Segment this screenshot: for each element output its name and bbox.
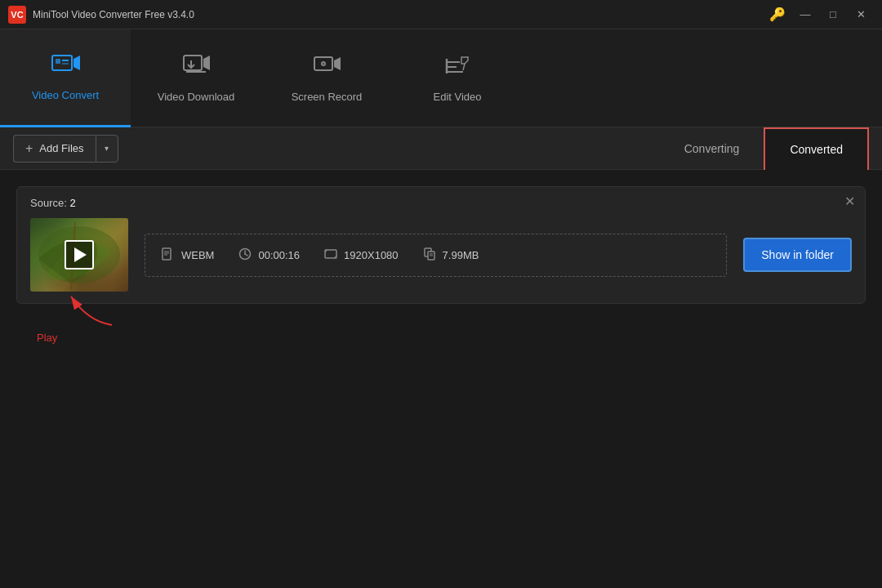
add-files-area: + Add Files ▾: [13, 135, 118, 163]
svg-rect-5: [184, 56, 202, 70]
play-label: Play: [37, 332, 57, 344]
resolution-icon: [324, 247, 337, 263]
toolbar: + Add Files ▾ Converting Converted: [0, 127, 882, 170]
svg-line-27: [245, 254, 247, 256]
tab-converted[interactable]: Converted: [764, 127, 869, 170]
titlebar: VC MiniTool Video Converter Free v3.4.0 …: [0, 0, 882, 29]
play-button[interactable]: [65, 240, 94, 270]
edit-video-icon: [443, 54, 471, 84]
show-in-folder-button[interactable]: Show in folder: [743, 238, 852, 272]
file-format-value: WEBM: [181, 249, 214, 261]
add-files-button[interactable]: + Add Files: [13, 135, 96, 163]
file-duration-item: 00:00:16: [238, 247, 300, 263]
file-duration-value: 00:00:16: [258, 249, 300, 261]
svg-rect-0: [52, 56, 72, 70]
maximize-button[interactable]: □: [820, 3, 846, 26]
nav-video-download[interactable]: Video Download: [131, 29, 261, 127]
nav-edit-video-label: Edit Video: [433, 91, 481, 103]
file-size-value: 7.99MB: [443, 249, 479, 261]
screen-record-icon: [313, 54, 341, 84]
file-info-wrap: WEBM 00:00:16: [145, 234, 727, 277]
nav-video-convert-label: Video Convert: [32, 89, 99, 101]
file-size-item: 7.99MB: [423, 247, 479, 263]
nav-edit-video[interactable]: Edit Video: [392, 29, 523, 127]
minimize-button[interactable]: —: [792, 3, 818, 26]
nav-screen-record-label: Screen Record: [292, 91, 363, 103]
tab-area: Converting Converted: [660, 127, 869, 169]
file-card: Source: 2 ✕: [16, 186, 866, 304]
svg-rect-21: [163, 248, 171, 260]
add-files-label: Add Files: [39, 142, 83, 154]
content-area: Source: 2 ✕: [0, 170, 882, 588]
file-format-item: WEBM: [162, 247, 214, 263]
file-resolution-value: 1920X1080: [344, 249, 399, 261]
navbar: Video Convert Video Download Screen Reco…: [0, 29, 882, 127]
video-convert-icon: [51, 52, 80, 82]
close-card-button[interactable]: ✕: [844, 195, 855, 208]
app-logo: VC: [8, 6, 26, 24]
svg-line-17: [463, 64, 465, 70]
file-resolution-item: 1920X1080: [324, 247, 399, 263]
svg-marker-1: [74, 56, 80, 70]
tab-converting[interactable]: Converting: [660, 127, 764, 170]
svg-marker-10: [334, 57, 341, 70]
window-controls: — □ ✕: [792, 3, 874, 26]
close-button[interactable]: ✕: [848, 3, 874, 26]
thumbnail-wrap: [30, 218, 128, 292]
video-download-icon: [182, 54, 210, 84]
svg-marker-6: [203, 56, 210, 70]
key-icon: 🔑: [769, 7, 786, 22]
svg-rect-2: [56, 59, 60, 64]
nav-screen-record[interactable]: Screen Record: [261, 29, 392, 127]
play-arrow-annotation: [55, 288, 120, 329]
svg-point-12: [323, 62, 325, 65]
app-title: MiniTool Video Converter Free v3.4.0: [33, 9, 769, 20]
add-files-plus-icon: +: [25, 141, 33, 156]
chevron-down-icon: ▾: [105, 144, 109, 153]
duration-icon: [238, 247, 252, 263]
thumbnail-area: Play: [30, 198, 145, 292]
filesize-icon: [423, 247, 436, 263]
nav-video-convert[interactable]: Video Convert: [0, 29, 131, 127]
nav-video-download-label: Video Download: [158, 91, 234, 103]
format-icon: [162, 247, 175, 263]
add-files-dropdown-button[interactable]: ▾: [96, 135, 118, 163]
